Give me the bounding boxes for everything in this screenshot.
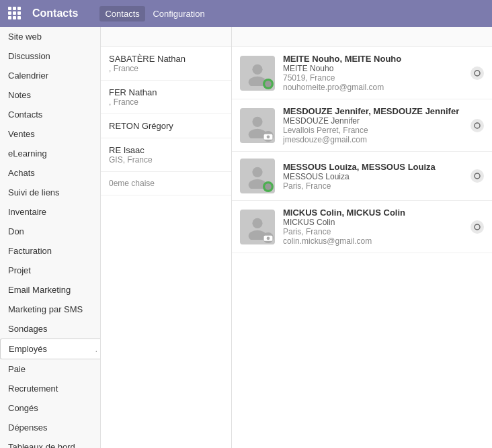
sidebar-item-elearning[interactable]: eLearning: [0, 144, 100, 163]
contact-name: SABATÈRE Nathan: [109, 54, 223, 64]
contact-full-name: MESDOUZE Jennifer, MESDOUZE Jennifer: [283, 106, 462, 116]
top-nav: Contacts Configuration: [99, 9, 210, 19]
sidebar-item-contacts[interactable]: Contacts: [0, 105, 100, 124]
avatar: [240, 159, 275, 193]
action-icon-circle[interactable]: [470, 220, 484, 234]
sidebar-item-projet[interactable]: Projet: [0, 261, 100, 280]
contact-email: nouhomeite.pro@gmail.com: [283, 83, 462, 92]
sidebar-item-marketing-par-sms[interactable]: Marketing par SMS: [0, 300, 100, 319]
contact-sub-name: MESDOUZE Jennifer: [283, 116, 462, 126]
sidebar-item-ventes[interactable]: Ventes: [0, 124, 100, 144]
contact-info: MEITE Nouho, MEITE Nouho MEITE Nouho 750…: [283, 54, 462, 92]
svg-point-2: [265, 81, 272, 87]
contact-info: MICKUS Colin, MICKUS Colin MICKUS Colin …: [283, 208, 462, 246]
contact-location: , France: [109, 64, 223, 73]
contact-info: MESDOUZE Jennifer, MESDOUZE Jennifer MES…: [283, 106, 462, 144]
list-item[interactable]: RE Isaac GIS, France: [101, 138, 231, 172]
contact-location: Levallois Perret, France: [283, 126, 462, 135]
app-title: Contacts: [32, 7, 78, 19]
contact-location: GIS, France: [109, 155, 223, 165]
main-layout: Site web Discussion Calendrier Notes Con…: [0, 27, 492, 448]
svg-point-3: [475, 71, 480, 76]
list-header-placeholder: [101, 27, 231, 47]
svg-point-9: [252, 167, 262, 177]
action-icon-circle[interactable]: [470, 119, 484, 132]
contact-name: RETON Grégory: [109, 121, 223, 131]
nav-contacts[interactable]: Contacts: [99, 6, 145, 21]
sidebar-item-don[interactable]: Don: [0, 222, 100, 241]
sidebar-item-notes[interactable]: Notes: [0, 85, 100, 105]
contact-actions: [470, 169, 484, 183]
svg-point-11: [265, 183, 272, 190]
svg-point-16: [267, 236, 270, 240]
contact-location: Paris, France: [283, 181, 462, 191]
sidebar-item-tableaux-de-bord[interactable]: Tableaux de bord: [0, 437, 100, 448]
contact-location: Paris, France: [283, 227, 462, 236]
svg-point-13: [252, 218, 262, 228]
avatar-camera-indicator: [263, 232, 274, 243]
contact-full-name: MEITE Nouho, MEITE Nouho: [283, 54, 462, 64]
contact-list-panel: SABATÈRE Nathan , France FER Nathan , Fr…: [101, 27, 232, 448]
contact-name: FER Nathan: [109, 87, 223, 97]
contact-actions: [470, 220, 484, 234]
avatar-photo-indicator: [263, 79, 274, 89]
contact-location: 0eme chaise: [109, 179, 223, 188]
contact-info: MESSOUS Louiza, MESSOUS Louiza MESSOUS L…: [283, 162, 462, 191]
contact-list-right: MEITE Nouho, MEITE Nouho MEITE Nouho 750…: [232, 27, 492, 448]
svg-point-17: [475, 224, 480, 230]
avatar-camera-indicator: [263, 131, 274, 142]
avatar: [240, 210, 275, 244]
topbar: Contacts Contacts Configuration: [0, 0, 492, 27]
right-header-placeholder: [232, 27, 492, 47]
sidebar-item-email-marketing[interactable]: Email Marketing: [0, 280, 100, 300]
sidebar-item-recrutement[interactable]: Recrutement: [0, 379, 100, 398]
sidebar-item-discussion[interactable]: Discussion: [0, 46, 100, 66]
avatar: [240, 108, 275, 143]
contact-actions: [470, 66, 484, 80]
sidebar: Site web Discussion Calendrier Notes Con…: [0, 27, 101, 448]
contact-card[interactable]: MEITE Nouho, MEITE Nouho MEITE Nouho 750…: [232, 47, 492, 99]
list-item[interactable]: RETON Grégory: [101, 114, 231, 138]
grid-menu-icon[interactable]: [8, 7, 22, 20]
list-item[interactable]: 0eme chaise: [101, 172, 231, 195]
action-icon-circle[interactable]: [470, 169, 484, 183]
svg-point-8: [475, 123, 480, 128]
contact-email: colin.mickus@gmail.com: [283, 236, 462, 246]
sidebar-item-employes[interactable]: Employés: [0, 339, 100, 359]
list-item[interactable]: SABATÈRE Nathan , France: [101, 47, 231, 81]
contact-sub-name: MESSOUS Louiza: [283, 172, 462, 181]
contact-email: jmesdouze@gmail.com: [283, 135, 462, 144]
svg-point-12: [475, 173, 480, 179]
contact-full-name: MICKUS Colin, MICKUS Colin: [283, 208, 462, 218]
sidebar-item-site-web[interactable]: Site web: [0, 27, 100, 46]
sidebar-item-inventaire[interactable]: Inventaire: [0, 202, 100, 222]
contact-card[interactable]: MESSOUS Louiza, MESSOUS Louiza MESSOUS L…: [232, 152, 492, 201]
avatar: [240, 56, 275, 91]
contact-actions: [470, 119, 484, 132]
sidebar-item-sondages[interactable]: Sondages: [0, 319, 100, 339]
content-area: SABATÈRE Nathan , France FER Nathan , Fr…: [101, 27, 492, 448]
contact-location: , France: [109, 97, 223, 107]
sidebar-item-depenses[interactable]: Dépenses: [0, 418, 100, 437]
avatar-photo-indicator: [263, 181, 274, 192]
sidebar-item-paie[interactable]: Paie: [0, 359, 100, 379]
contact-card[interactable]: MICKUS Colin, MICKUS Colin MICKUS Colin …: [232, 201, 492, 253]
svg-point-7: [267, 135, 270, 138]
contact-sub-name: MICKUS Colin: [283, 218, 462, 227]
list-item[interactable]: FER Nathan , France: [101, 81, 231, 114]
contact-card[interactable]: MESDOUZE Jennifer, MESDOUZE Jennifer MES…: [232, 99, 492, 152]
nav-configuration[interactable]: Configuration: [147, 6, 210, 21]
sidebar-item-suivi-de-liens[interactable]: Suivi de liens: [0, 183, 100, 202]
sidebar-item-conges[interactable]: Congés: [0, 398, 100, 418]
contact-full-name: MESSOUS Louiza, MESSOUS Louiza: [283, 162, 462, 172]
svg-point-0: [252, 64, 262, 74]
contact-location: 75019, France: [283, 73, 462, 83]
contact-sub-name: MEITE Nouho: [283, 64, 462, 73]
contact-name: RE Isaac: [109, 145, 223, 155]
svg-point-4: [252, 116, 262, 126]
action-icon-circle[interactable]: [470, 66, 484, 80]
sidebar-item-calendrier[interactable]: Calendrier: [0, 66, 100, 85]
sidebar-item-facturation[interactable]: Facturation: [0, 241, 100, 261]
sidebar-item-achats[interactable]: Achats: [0, 163, 100, 183]
